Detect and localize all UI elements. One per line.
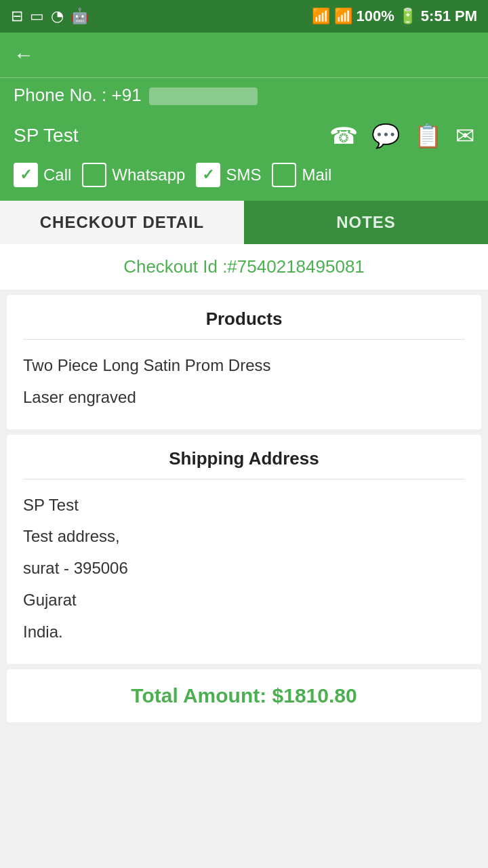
contact-row: SP Test ☎ 💬 📋 ✉ <box>0 115 488 156</box>
checkbox-call-check: ✓ <box>20 166 32 184</box>
time-label: 5:51 PM <box>421 7 477 25</box>
checkbox-call[interactable]: ✓ Call <box>14 163 71 187</box>
screen-cast-icon: ⊟ <box>11 7 23 25</box>
tabs-bar: CHECKOUT DETAIL NOTES <box>0 201 488 244</box>
checkbox-call-box[interactable]: ✓ <box>14 163 38 187</box>
tab-notes[interactable]: NOTES <box>244 201 488 244</box>
status-bar: ⊟ ▭ ◔ 🤖 📶 📶 100% 🔋 5:51 PM <box>0 0 488 33</box>
status-right-icons: 📶 📶 100% 🔋 5:51 PM <box>312 7 477 25</box>
mail-icon[interactable]: ✉ <box>455 122 474 149</box>
checkbox-whatsapp-label: Whatsapp <box>112 165 185 184</box>
tab-checkout-detail[interactable]: CHECKOUT DETAIL <box>0 201 244 244</box>
checkbox-whatsapp[interactable]: Whatsapp <box>82 163 185 187</box>
shipping-line-1: SP Test <box>23 492 465 519</box>
shipping-line-2: Test address, <box>23 523 465 551</box>
contact-name: SP Test <box>14 125 78 146</box>
product-item-2: Laser engraved <box>23 384 465 412</box>
checkbox-sms-box[interactable]: ✓ <box>196 163 220 187</box>
checkbox-sms-label: SMS <box>226 165 261 184</box>
checkbox-call-label: Call <box>43 165 71 184</box>
main-content: Checkout Id :#7540218495081 Products Two… <box>0 244 488 741</box>
checkbox-mail[interactable]: Mail <box>272 163 331 187</box>
signal-icon: 📶 <box>334 7 352 25</box>
phone-number-blurred <box>149 87 258 105</box>
alarm-icon: ◔ <box>51 7 64 25</box>
whatsapp-icon[interactable]: 💬 <box>371 122 400 149</box>
back-button[interactable]: ← <box>14 43 34 66</box>
total-amount-text: Total Amount: $1810.80 <box>131 684 357 707</box>
android-icon: 🤖 <box>70 7 89 25</box>
shipping-address-body: SP Test Test address, surat - 395006 Guj… <box>23 492 465 646</box>
battery-label: 100% <box>357 7 394 25</box>
checkbox-mail-label: Mail <box>302 165 331 184</box>
status-left-icons: ⊟ ▭ ◔ 🤖 <box>11 7 89 25</box>
checkout-id-row: Checkout Id :#7540218495081 <box>0 244 488 290</box>
call-icon[interactable]: ☎ <box>329 122 358 149</box>
wifi-icon: 📶 <box>312 7 330 25</box>
battery-icon: 🔋 <box>399 7 417 25</box>
product-item-1: Two Piece Long Satin Prom Dress <box>23 352 465 380</box>
shipping-address-title: Shipping Address <box>23 448 465 479</box>
products-card: Products Two Piece Long Satin Prom Dress… <box>7 295 481 429</box>
shipping-line-3: surat - 395006 <box>23 555 465 583</box>
phone-bar: Phone No. : +91 <box>0 77 488 115</box>
products-body: Two Piece Long Satin Prom Dress Laser en… <box>23 352 465 412</box>
phone-label: Phone No. : +91 <box>14 85 258 105</box>
checkbox-sms[interactable]: ✓ SMS <box>196 163 261 187</box>
total-amount-row: Total Amount: $1810.80 <box>7 669 481 722</box>
checkbox-whatsapp-box[interactable] <box>82 163 106 187</box>
contact-action-icons: ☎ 💬 📋 ✉ <box>329 122 474 149</box>
checkout-id-text: Checkout Id :#7540218495081 <box>123 256 365 277</box>
checkbox-mail-box[interactable] <box>272 163 296 187</box>
checkbox-row: ✓ Call Whatsapp ✓ SMS Mail <box>0 156 488 201</box>
checkbox-sms-check: ✓ <box>202 166 214 184</box>
shipping-address-card: Shipping Address SP Test Test address, s… <box>7 435 481 664</box>
app-header: ← <box>0 33 488 77</box>
sms-icon[interactable]: 📋 <box>413 122 442 149</box>
shipping-line-4: Gujarat <box>23 587 465 614</box>
shipping-line-5: India. <box>23 618 465 646</box>
photo-icon: ▭ <box>30 7 44 25</box>
products-title: Products <box>23 309 465 340</box>
